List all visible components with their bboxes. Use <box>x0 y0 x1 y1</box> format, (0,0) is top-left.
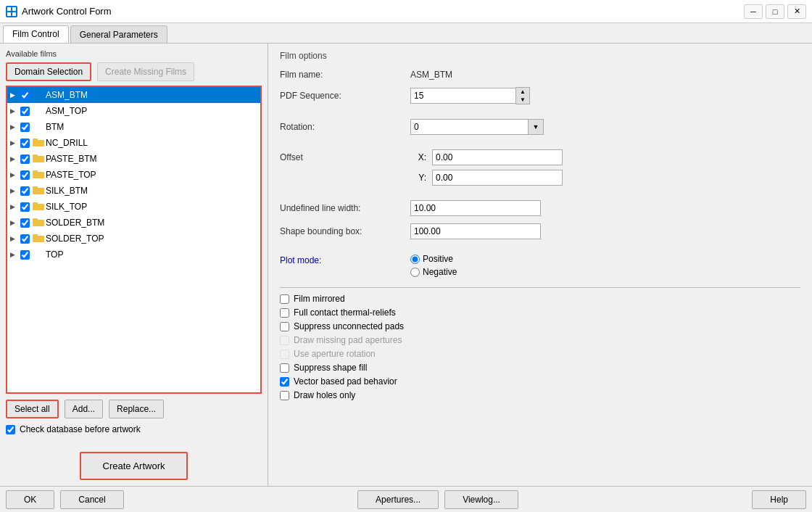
shape-bounding-box-row: Shape bounding box: <box>280 223 800 239</box>
plot-mode-negative-label: Negative <box>423 267 457 277</box>
expand-icon: ▶ <box>10 107 19 115</box>
films-list[interactable]: ▶ASM_BTM▶ASM_TOP▶BTM▶ NC_DRILL▶ PASTE_BT… <box>6 86 262 394</box>
plot-mode-positive-row: Positive <box>410 254 457 264</box>
plot-mode-positive-radio[interactable] <box>410 255 420 264</box>
film-item[interactable]: ▶ SOLDER_TOP <box>7 231 260 247</box>
film-item[interactable]: ▶ASM_TOP <box>7 103 260 119</box>
main-content: Available films Domain Selection Create … <box>0 44 812 486</box>
close-button[interactable]: ✕ <box>787 4 806 19</box>
pdf-sequence-input-group: ▲ ▼ <box>410 87 530 104</box>
create-artwork-container: Create Artwork <box>6 452 262 480</box>
pdf-sequence-down-button[interactable]: ▼ <box>516 96 529 104</box>
film-name-label: SOLDER_TOP <box>46 234 104 244</box>
svg-rect-15 <box>33 218 38 220</box>
svg-rect-0 <box>7 7 11 11</box>
film-checkbox[interactable] <box>20 202 30 212</box>
plot-mode-negative-row: Negative <box>410 267 457 277</box>
add-button[interactable]: Add... <box>65 400 103 418</box>
use_aperture_rotation-checkbox <box>280 350 289 359</box>
cancel-button[interactable]: Cancel <box>60 490 123 509</box>
film-item[interactable]: ▶TOP <box>7 247 260 263</box>
film-item[interactable]: ▶ PASTE_TOP <box>7 167 260 183</box>
ok-button[interactable]: OK <box>6 490 54 509</box>
film-checkbox[interactable] <box>20 170 30 180</box>
film-checkbox[interactable] <box>20 139 30 148</box>
svg-rect-8 <box>33 172 44 178</box>
use_aperture_rotation-label: Use aperture rotation <box>294 349 376 359</box>
film-checkbox[interactable] <box>20 154 30 164</box>
shape-bounding-box-input[interactable] <box>410 223 541 239</box>
film-checkbox[interactable] <box>20 107 30 116</box>
film_mirrored-checkbox[interactable] <box>280 294 289 304</box>
suppress_unconnected_pads-label: Suppress unconnected pads <box>294 321 404 331</box>
tab-general-parameters[interactable]: General Parameters <box>70 25 167 43</box>
rotation-input[interactable] <box>410 119 528 135</box>
pdf-sequence-up-button[interactable]: ▲ <box>516 88 529 96</box>
film-checkbox[interactable] <box>20 250 30 260</box>
rotation-row: Rotation: ▼ <box>280 119 800 135</box>
undefined-line-width-input[interactable] <box>410 200 541 216</box>
create-artwork-button[interactable]: Create Artwork <box>80 452 188 480</box>
offset-y-input[interactable] <box>432 170 563 186</box>
expand-icon: ▶ <box>10 219 19 226</box>
svg-rect-6 <box>33 156 44 162</box>
film-item[interactable]: ▶BTM <box>7 119 260 135</box>
svg-rect-4 <box>33 140 44 146</box>
film-item[interactable]: ▶ SILK_BTM <box>7 183 260 199</box>
offset-x-input[interactable] <box>432 149 563 165</box>
suppress_shape_fill-checkbox[interactable] <box>280 363 289 373</box>
draw_holes_only-checkbox[interactable] <box>280 391 289 400</box>
film-checkbox[interactable] <box>20 218 30 228</box>
offset-section: Offset X: Y: <box>280 149 800 186</box>
title-bar: Artwork Control Form ─ □ ✕ <box>0 0 812 23</box>
rotation-dropdown-button[interactable]: ▼ <box>528 119 544 135</box>
svg-rect-5 <box>33 139 38 141</box>
film-checkbox[interactable] <box>20 186 30 196</box>
svg-rect-12 <box>33 204 44 210</box>
film-item[interactable]: ▶ASM_BTM <box>7 87 260 103</box>
offset-x-label: X: <box>410 152 432 162</box>
svg-rect-2 <box>7 12 11 16</box>
domain-selection-button[interactable]: Domain Selection <box>6 62 91 81</box>
available-films-label: Available films <box>6 49 262 58</box>
vector_based_pad_behavior-label: Vector based pad behavior <box>294 376 397 387</box>
film-item[interactable]: ▶ SOLDER_BTM <box>7 215 260 231</box>
folder-icon <box>33 137 44 149</box>
plot-mode-options: Positive Negative <box>410 254 457 280</box>
film-name-label: PASTE_BTM <box>46 154 96 164</box>
full_contact_thermal-checkbox[interactable] <box>280 308 289 318</box>
undefined-line-width-label: Undefined line width: <box>280 203 410 213</box>
plot-mode-negative-radio[interactable] <box>410 268 420 277</box>
film-checkbox[interactable] <box>20 91 30 100</box>
top-buttons: Domain Selection Create Missing Films <box>6 62 262 81</box>
film-item[interactable]: ▶ NC_DRILL <box>7 135 260 151</box>
help-button[interactable]: Help <box>752 490 806 509</box>
select-all-button[interactable]: Select all <box>6 400 59 418</box>
minimize-button[interactable]: ─ <box>744 4 763 19</box>
folder-icon <box>33 217 44 228</box>
create-missing-films-button[interactable]: Create Missing Films <box>97 62 194 81</box>
vector_based_pad_behavior-checkbox[interactable] <box>280 377 289 387</box>
plot-mode-label: Plot mode: <box>280 254 410 265</box>
pdf-sequence-row: PDF Sequence: ▲ ▼ <box>280 87 800 104</box>
bottom-bar: OK Cancel Apertures... Viewlog... Help <box>0 486 812 512</box>
film-item[interactable]: ▶ SILK_TOP <box>7 199 260 215</box>
film-item[interactable]: ▶ PASTE_BTM <box>7 151 260 167</box>
check-db-row: Check database before artwork <box>6 424 262 434</box>
svg-rect-3 <box>12 12 16 16</box>
film-checkbox[interactable] <box>20 234 30 244</box>
film-name-label: ASM_BTM <box>46 90 88 100</box>
apertures-button[interactable]: Apertures... <box>357 490 439 509</box>
check-db-checkbox[interactable] <box>6 425 15 434</box>
suppress_unconnected_pads-checkbox[interactable] <box>280 322 289 331</box>
maximize-button[interactable]: □ <box>766 4 784 19</box>
checkbox-row: Draw missing pad apertures <box>280 335 800 345</box>
viewlog-button[interactable]: Viewlog... <box>444 490 518 509</box>
window-title: Artwork Control Form <box>22 6 112 17</box>
tab-film-control[interactable]: Film Control <box>3 25 69 43</box>
pdf-sequence-input[interactable] <box>410 88 515 104</box>
replace-button[interactable]: Replace... <box>109 400 164 418</box>
checkbox-row: Draw holes only <box>280 390 800 400</box>
checkbox-row: Use aperture rotation <box>280 349 800 359</box>
film-checkbox[interactable] <box>20 123 30 132</box>
